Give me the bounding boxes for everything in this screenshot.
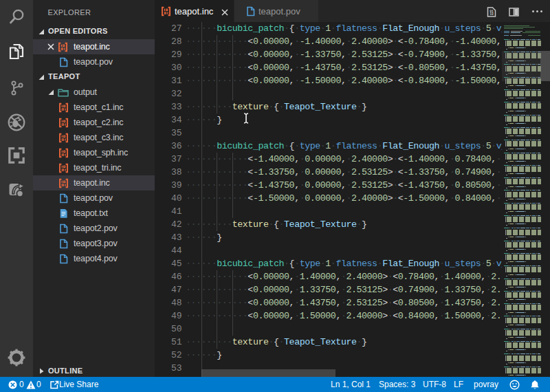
svg-text:10: 10 <box>490 12 494 16</box>
